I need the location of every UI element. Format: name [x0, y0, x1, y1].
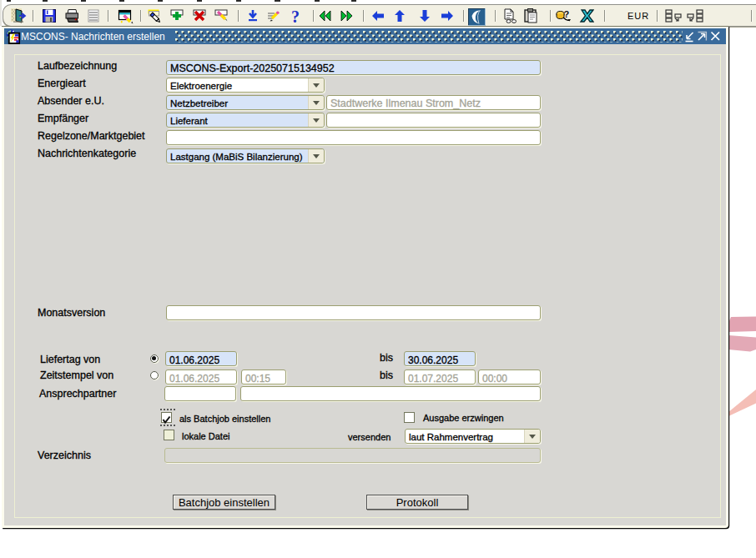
svg-text:?: ? — [564, 9, 570, 19]
svg-text:?: ? — [291, 8, 300, 25]
svg-text:EUR: EUR — [627, 11, 649, 21]
